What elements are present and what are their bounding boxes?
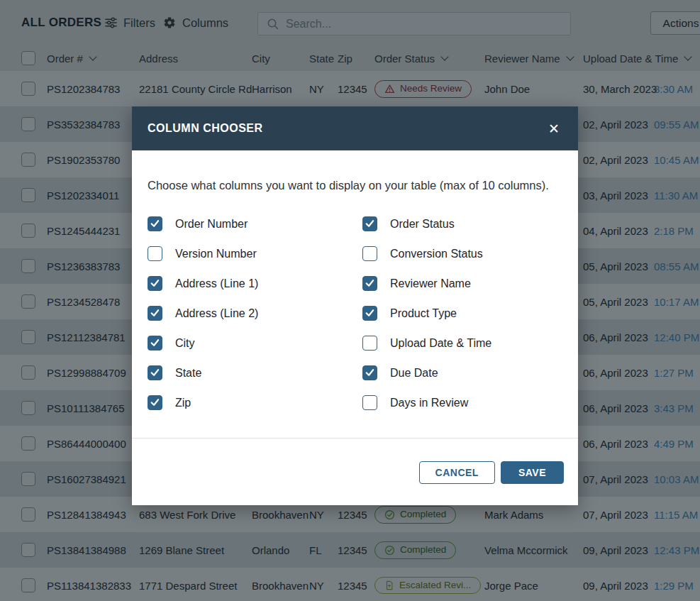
option-label: City (175, 337, 195, 350)
modal-description: Choose what columns you want to display … (148, 179, 562, 192)
column-option[interactable]: Address (Line 1) (148, 276, 362, 291)
column-option[interactable]: State (148, 365, 362, 380)
column-option[interactable]: Product Type (362, 306, 562, 321)
option-label: Order Number (175, 218, 248, 231)
option-label: Conversion Status (390, 248, 483, 260)
option-label: Version Number (175, 248, 257, 260)
option-label: Reviewer Name (390, 277, 471, 290)
column-option[interactable]: Reviewer Name (362, 276, 562, 291)
save-button[interactable]: SAVE (501, 461, 564, 484)
option-checkbox[interactable] (148, 216, 162, 231)
option-label: Address (Line 2) (175, 307, 258, 320)
option-checkbox[interactable] (148, 365, 162, 380)
column-option[interactable]: Order Number (148, 216, 362, 231)
modal-title: COLUMN CHOOSER (148, 122, 263, 135)
modal-footer: CANCEL SAVE (132, 439, 578, 505)
option-checkbox[interactable] (148, 395, 162, 410)
modal-header: COLUMN CHOOSER ✕ (132, 106, 578, 150)
column-option[interactable]: Version Number (148, 246, 362, 261)
column-options-grid: Order Number Version Number Address (Lin… (148, 216, 562, 410)
column-option[interactable]: Due Date (362, 365, 562, 380)
option-label: Zip (175, 397, 191, 409)
options-column-left: Order Number Version Number Address (Lin… (148, 216, 362, 410)
column-option[interactable]: Conversion Status (362, 246, 562, 261)
column-option[interactable]: City (148, 336, 362, 351)
option-checkbox[interactable] (362, 216, 377, 231)
column-option[interactable]: Zip (148, 395, 362, 410)
column-chooser-modal: COLUMN CHOOSER ✕ Choose what columns you… (132, 106, 578, 505)
option-checkbox[interactable] (362, 336, 377, 351)
option-label: State (175, 367, 201, 380)
column-option[interactable]: Order Status (362, 216, 562, 231)
close-icon[interactable]: ✕ (545, 119, 562, 138)
option-label: Upload Date & Time (390, 337, 491, 350)
column-option[interactable]: Days in Review (362, 395, 562, 410)
option-label: Due Date (390, 367, 438, 380)
option-label: Product Type (390, 307, 457, 320)
option-checkbox[interactable] (362, 365, 377, 380)
column-option[interactable]: Upload Date & Time (362, 336, 562, 351)
option-checkbox[interactable] (148, 276, 162, 291)
option-checkbox[interactable] (362, 395, 377, 410)
option-label: Address (Line 1) (175, 277, 258, 290)
option-checkbox[interactable] (148, 306, 162, 321)
option-label: Order Status (390, 218, 455, 231)
option-checkbox[interactable] (362, 276, 377, 291)
option-checkbox[interactable] (148, 246, 162, 261)
option-label: Days in Review (390, 397, 468, 409)
column-option[interactable]: Address (Line 2) (148, 306, 362, 321)
modal-body: Choose what columns you want to display … (132, 150, 578, 410)
option-checkbox[interactable] (362, 306, 377, 321)
options-column-right: Order Status Conversion Status Reviewer … (362, 216, 562, 410)
option-checkbox[interactable] (362, 246, 377, 261)
option-checkbox[interactable] (148, 336, 162, 351)
cancel-button[interactable]: CANCEL (419, 461, 495, 484)
